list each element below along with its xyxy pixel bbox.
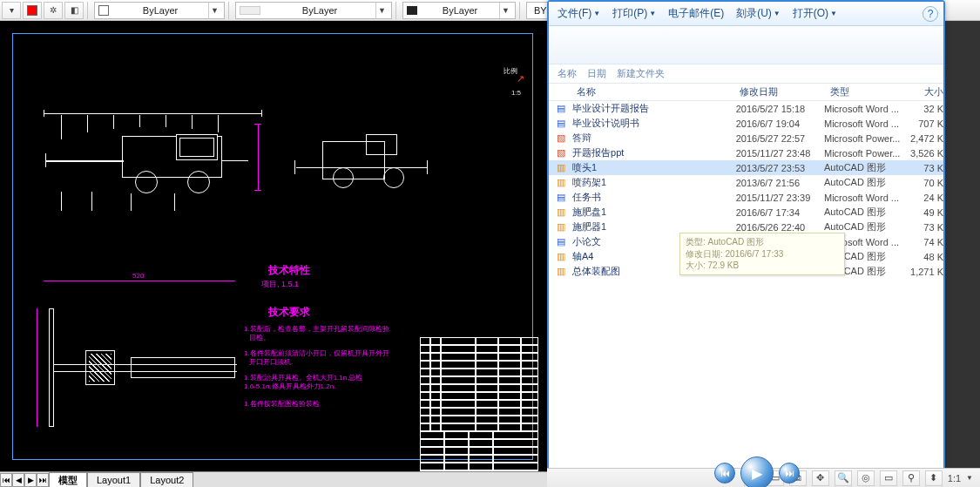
file-row[interactable]: ▧答辩2016/5/27 22:57Microsoft Power...2,47…: [549, 131, 943, 145]
titleblock-row: [420, 416, 538, 423]
file-name: 毕业设计说明书: [572, 117, 736, 130]
anno-scale-value: 1:1: [948, 473, 961, 484]
file-type: Microsoft Word ...: [824, 118, 906, 129]
tab-layout1-label: Layout1: [97, 475, 131, 485]
dim-text: 520: [132, 272, 144, 280]
tab-layout2[interactable]: Layout2: [140, 472, 193, 487]
file-date: 2013/6/7 21:56: [736, 178, 824, 188]
color-bylayer-combo[interactable]: ByLayer ▼: [94, 2, 225, 19]
title-block: /* rows generated below via template */: [420, 337, 538, 478]
explorer-column-headers: 名称 修改日期 类型 大小: [549, 84, 943, 101]
annoscale-button[interactable]: ⬍: [925, 470, 943, 486]
chevron-down-icon: ▼: [774, 10, 781, 17]
file-row[interactable]: ▤毕业设计开题报告2016/5/27 15:18Microsoft Word .…: [549, 101, 943, 116]
prev-track-icon[interactable]: ⏮: [714, 463, 735, 484]
color-picker-button[interactable]: [23, 2, 42, 19]
file-row[interactable]: ▤任务书2015/11/27 23:39Microsoft Word ...24…: [549, 190, 943, 205]
col-type[interactable]: 类型: [827, 85, 910, 98]
tech-char-heading: 技术特性: [268, 263, 310, 278]
toolbar-item[interactable]: 新建文件夹: [617, 67, 665, 80]
menu-open-label: 打开(O): [793, 6, 828, 21]
col-date[interactable]: 修改日期: [736, 85, 826, 98]
match-properties-icon[interactable]: ◧: [64, 2, 84, 19]
settings-icon[interactable]: ✲: [44, 2, 63, 19]
dropdown-button[interactable]: ▾: [2, 2, 21, 19]
boom-plan: [49, 308, 54, 427]
scale-value: 1:5: [511, 89, 521, 97]
menu-print-label: 打印(P): [612, 6, 647, 21]
file-size: 48 K: [906, 252, 943, 262]
menu-burn[interactable]: 刻录(U) ▼: [733, 4, 784, 23]
titleblock-row: [420, 439, 538, 447]
file-size: 49 K: [906, 207, 943, 218]
file-size: 3,526 K: [906, 148, 943, 159]
menu-print[interactable]: 打印(P) ▼: [609, 4, 659, 23]
tooltip-line: 大小: 72.9 KB: [686, 260, 839, 272]
white-swatch-icon: [98, 5, 109, 16]
col-name[interactable]: 名称: [573, 85, 736, 98]
file-row[interactable]: ▥喷药架12013/6/7 21:56AutoCAD 图形70 K: [549, 175, 943, 190]
toolbar-item[interactable]: 名称: [558, 67, 577, 80]
linetype-bylayer-combo[interactable]: ByLayer ▼: [235, 2, 392, 19]
annoscale-lock-icon[interactable]: ⚲: [902, 470, 920, 486]
menu-email[interactable]: 电子邮件(E): [665, 4, 727, 23]
file-type: Microsoft Word ...: [824, 104, 906, 114]
lineweight-bylayer-combo[interactable]: ByLayer ▼: [402, 2, 516, 19]
file-name: 喷药架1: [572, 176, 736, 189]
file-row[interactable]: ▧开题报告ppt2015/11/27 23:48Microsoft Power.…: [549, 145, 943, 160]
menu-file[interactable]: 文件(F) ▼: [554, 4, 604, 23]
chevron-down-icon: ▼: [208, 3, 220, 18]
explorer-toolbar: 名称 日期 新建文件夹: [549, 64, 943, 84]
tab-layout1[interactable]: Layout1: [87, 472, 140, 487]
toolbar-item[interactable]: 日期: [587, 67, 606, 80]
tab-prev-icon[interactable]: ◀: [12, 473, 24, 487]
titleblock-row: [420, 353, 538, 361]
file-row[interactable]: ▤毕业设计说明书2016/6/7 19:04Microsoft Word ...…: [549, 116, 943, 131]
zoom-icon[interactable]: 🔍: [835, 470, 852, 486]
chevron-down-icon: ▼: [593, 10, 600, 17]
next-track-icon[interactable]: ⏭: [779, 463, 800, 484]
separator: [87, 2, 91, 19]
file-tooltip: 类型: AutoCAD 图形 修改日期: 2016/6/7 17:33 大小: …: [679, 233, 845, 275]
showmotion-icon[interactable]: ▭: [880, 470, 897, 486]
file-size: 74 K: [906, 237, 943, 247]
file-row[interactable]: ▥喷头12013/5/27 23:53AutoCAD 图形73 K: [549, 160, 943, 175]
titleblock-row: [420, 361, 538, 369]
tab-next-icon[interactable]: ▶: [24, 473, 37, 487]
file-date: 2015/11/27 23:39: [736, 193, 824, 203]
steering-wheel-icon[interactable]: ◎: [857, 470, 875, 486]
titleblock-row: [420, 447, 538, 455]
file-name: 任务书: [572, 191, 736, 204]
file-size: 32 K: [906, 104, 943, 114]
north-arrow-icon: ↗: [517, 73, 524, 84]
col-size[interactable]: 大小: [910, 85, 943, 98]
tab-last-icon[interactable]: ⏭: [37, 473, 49, 487]
explorer-menubar: 文件(F) ▼ 打印(P) ▼ 电子邮件(E) 刻录(U) ▼ 打开(O) ▼ …: [549, 2, 943, 26]
chevron-down-icon[interactable]: ▼: [966, 474, 973, 482]
file-row[interactable]: ▥施肥盘12016/6/7 17:34AutoCAD 图形49 K: [549, 205, 943, 220]
file-name: 喷头1: [572, 161, 736, 174]
req-line: 1.各件按装配图检验装检.: [244, 399, 321, 409]
titleblock-row: [420, 400, 538, 408]
file-date: 2016/6/7 19:04: [736, 118, 824, 129]
pan-icon[interactable]: ✥: [812, 470, 829, 486]
chevron-down-icon: ▼: [375, 3, 388, 18]
titleblock-row: [420, 455, 538, 463]
tab-first-icon[interactable]: ⏮: [0, 473, 12, 487]
help-icon[interactable]: ?: [923, 6, 938, 22]
titleblock-row: [420, 369, 538, 376]
separator: [519, 2, 523, 19]
file-size: 1,271 K: [906, 267, 943, 277]
play-icon[interactable]: ▶: [740, 457, 774, 487]
cad-drawing-canvas[interactable]: 比例 ↗ 1:5 520: [0, 21, 547, 487]
menu-open[interactable]: 打开(O) ▼: [789, 4, 841, 23]
scale-arrow: ↗: [517, 73, 524, 85]
lineweight-combo-text: ByLayer: [421, 5, 496, 16]
ppt-file-icon: ▧: [554, 147, 567, 159]
menu-file-label: 文件(F): [558, 6, 591, 21]
tab-model[interactable]: 模型: [49, 472, 87, 487]
ppt-file-icon: ▧: [554, 132, 567, 145]
file-explorer-window: 文件(F) ▼ 打印(P) ▼ 电子邮件(E) 刻录(U) ▼ 打开(O) ▼ …: [547, 0, 945, 470]
file-type: AutoCAD 图形: [824, 220, 906, 233]
file-date: 2013/5/27 23:53: [736, 163, 824, 173]
